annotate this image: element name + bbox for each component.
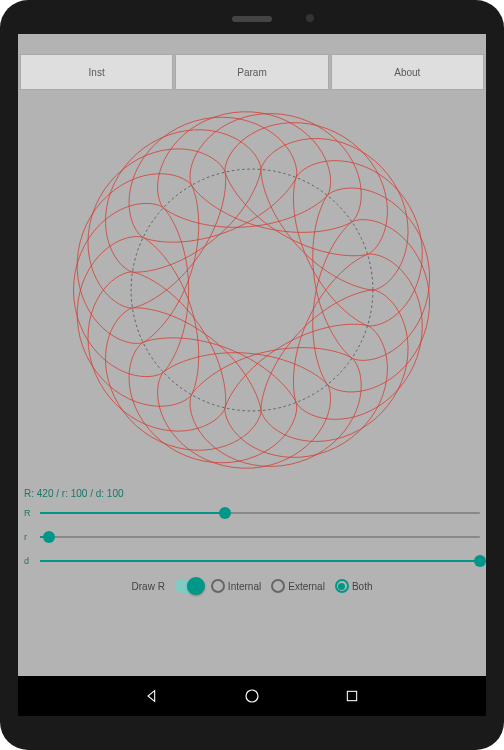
tablet-frame: Inst Param About R: 420 / r: 100 / d: 10…	[0, 0, 504, 750]
nav-recent-button[interactable]	[342, 686, 362, 706]
circle-home-icon	[243, 687, 261, 705]
epitrochoid-curve	[74, 112, 430, 468]
tab-param[interactable]: Param	[175, 54, 328, 90]
app-content: Inst Param About R: 420 / r: 100 / d: 10…	[18, 54, 486, 676]
slider-R[interactable]	[40, 512, 480, 514]
speaker-slot	[232, 16, 272, 22]
radio-internal[interactable]: Internal	[211, 579, 261, 593]
slider-label-r: r	[24, 532, 34, 542]
hypotrochoid-curve	[132, 169, 372, 410]
nav-home-button[interactable]	[242, 686, 262, 706]
nav-back-button[interactable]	[142, 686, 162, 706]
slider-thumb-R[interactable]	[219, 507, 231, 519]
radio-circle-icon	[335, 579, 349, 593]
spirograph-canvas	[62, 100, 442, 480]
slider-label-R: R	[24, 508, 34, 518]
slider-row-d: d	[24, 549, 480, 573]
slider-thumb-d[interactable]	[474, 555, 486, 567]
canvas-area	[18, 94, 486, 484]
slider-d[interactable]	[40, 560, 480, 562]
radio-both[interactable]: Both	[335, 579, 373, 593]
triangle-back-icon	[144, 688, 160, 704]
screen: Inst Param About R: 420 / r: 100 / d: 10…	[18, 34, 486, 716]
params-readout: R: 420 / r: 100 / d: 100	[18, 484, 486, 501]
radio-both-label: Both	[352, 581, 373, 592]
android-nav-bar	[18, 676, 486, 716]
slider-row-r: r	[24, 525, 480, 549]
switch-knob	[187, 577, 205, 595]
tab-inst[interactable]: Inst	[20, 54, 173, 90]
square-recent-icon	[344, 688, 360, 704]
tab-bar: Inst Param About	[18, 54, 486, 90]
radio-circle-icon	[271, 579, 285, 593]
radio-circle-icon	[211, 579, 225, 593]
slider-r[interactable]	[40, 536, 480, 538]
tab-about[interactable]: About	[331, 54, 484, 90]
radio-external[interactable]: External	[271, 579, 325, 593]
front-camera	[306, 14, 314, 22]
svg-rect-1	[347, 691, 356, 700]
svg-point-0	[246, 690, 258, 702]
status-bar	[18, 34, 486, 54]
slider-thumb-r[interactable]	[43, 531, 55, 543]
drawR-switch[interactable]	[175, 579, 201, 593]
slider-group: R r d	[18, 501, 486, 573]
radio-internal-label: Internal	[228, 581, 261, 592]
guide-circle	[131, 169, 373, 411]
radio-external-label: External	[288, 581, 325, 592]
drawR-label: Draw R	[132, 581, 165, 592]
slider-row-R: R	[24, 501, 480, 525]
slider-label-d: d	[24, 556, 34, 566]
bottom-options: Draw R Internal External Both	[18, 573, 486, 597]
